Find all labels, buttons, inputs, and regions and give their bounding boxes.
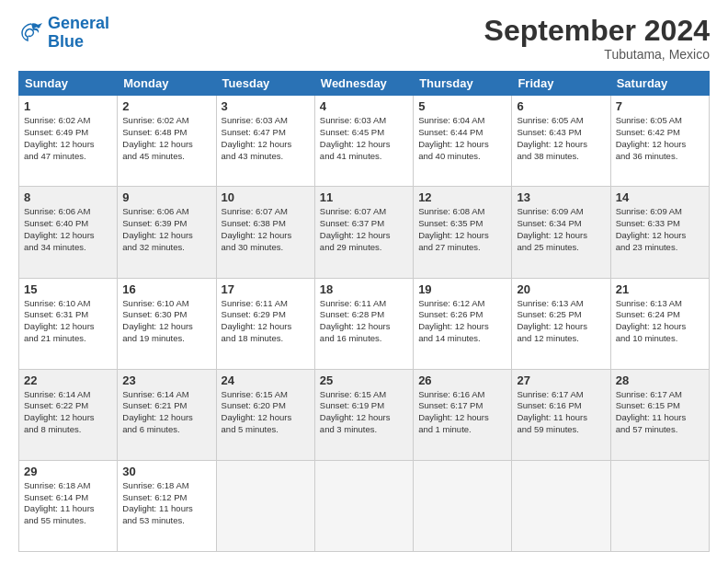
day-number: 20 [517, 282, 605, 296]
day-number: 21 [616, 282, 704, 296]
day-info: Sunrise: 6:10 AM Sunset: 6:30 PM Dayligh… [122, 298, 210, 345]
day-number: 17 [222, 282, 310, 296]
day-number: 1 [24, 99, 112, 113]
day-number: 23 [122, 373, 210, 387]
day-info: Sunrise: 6:09 AM Sunset: 6:33 PM Dayligh… [616, 206, 704, 253]
day-number: 5 [418, 99, 506, 113]
day-info: Sunrise: 6:12 AM Sunset: 6:26 PM Dayligh… [418, 298, 506, 345]
day-number: 24 [222, 373, 310, 387]
table-row: 16Sunrise: 6:10 AM Sunset: 6:30 PM Dayli… [118, 278, 216, 369]
table-row: 10Sunrise: 6:07 AM Sunset: 6:38 PM Dayli… [216, 187, 314, 278]
day-number: 4 [320, 99, 408, 113]
calendar-week-row: 15Sunrise: 6:10 AM Sunset: 6:31 PM Dayli… [19, 278, 710, 369]
table-row [610, 460, 709, 551]
table-row: 29Sunrise: 6:18 AM Sunset: 6:14 PM Dayli… [19, 460, 118, 551]
table-row: 4Sunrise: 6:03 AM Sunset: 6:45 PM Daylig… [314, 96, 413, 187]
header-saturday: Saturday [610, 72, 709, 96]
calendar-week-row: 22Sunrise: 6:14 AM Sunset: 6:22 PM Dayli… [19, 369, 710, 460]
day-number: 16 [122, 282, 210, 296]
day-number: 10 [222, 190, 310, 204]
day-info: Sunrise: 6:17 AM Sunset: 6:16 PM Dayligh… [517, 389, 605, 436]
day-info: Sunrise: 6:02 AM Sunset: 6:49 PM Dayligh… [24, 115, 112, 162]
day-number: 13 [517, 190, 605, 204]
table-row [512, 460, 610, 551]
day-info: Sunrise: 6:16 AM Sunset: 6:17 PM Dayligh… [418, 389, 506, 436]
day-number: 8 [24, 190, 112, 204]
table-row: 21Sunrise: 6:13 AM Sunset: 6:24 PM Dayli… [610, 278, 709, 369]
day-info: Sunrise: 6:15 AM Sunset: 6:20 PM Dayligh… [222, 389, 310, 436]
logo-line1: General [48, 14, 109, 32]
header-friday: Friday [512, 72, 610, 96]
table-row [314, 460, 413, 551]
table-row: 25Sunrise: 6:15 AM Sunset: 6:19 PM Dayli… [314, 369, 413, 460]
table-row: 8Sunrise: 6:06 AM Sunset: 6:40 PM Daylig… [19, 187, 118, 278]
table-row [216, 460, 314, 551]
table-row: 27Sunrise: 6:17 AM Sunset: 6:16 PM Dayli… [512, 369, 610, 460]
table-row: 20Sunrise: 6:13 AM Sunset: 6:25 PM Dayli… [512, 278, 610, 369]
calendar-header-row: Sunday Monday Tuesday Wednesday Thursday… [19, 72, 710, 96]
day-number: 30 [122, 465, 210, 478]
day-number: 18 [320, 282, 408, 296]
header-monday: Monday [118, 72, 216, 96]
day-number: 6 [517, 99, 605, 113]
day-info: Sunrise: 6:13 AM Sunset: 6:24 PM Dayligh… [616, 298, 704, 345]
table-row: 18Sunrise: 6:11 AM Sunset: 6:28 PM Dayli… [314, 278, 413, 369]
day-info: Sunrise: 6:11 AM Sunset: 6:28 PM Dayligh… [320, 298, 408, 345]
table-row: 15Sunrise: 6:10 AM Sunset: 6:31 PM Dayli… [19, 278, 118, 369]
day-info: Sunrise: 6:03 AM Sunset: 6:45 PM Dayligh… [320, 115, 408, 162]
logo-icon [18, 20, 44, 46]
day-info: Sunrise: 6:05 AM Sunset: 6:43 PM Dayligh… [517, 115, 605, 162]
day-info: Sunrise: 6:14 AM Sunset: 6:21 PM Dayligh… [122, 389, 210, 436]
day-info: Sunrise: 6:10 AM Sunset: 6:31 PM Dayligh… [24, 298, 112, 345]
table-row: 1Sunrise: 6:02 AM Sunset: 6:49 PM Daylig… [19, 96, 118, 187]
table-row: 2Sunrise: 6:02 AM Sunset: 6:48 PM Daylig… [118, 96, 216, 187]
day-number: 2 [122, 99, 210, 113]
day-info: Sunrise: 6:14 AM Sunset: 6:22 PM Dayligh… [24, 389, 112, 436]
table-row: 24Sunrise: 6:15 AM Sunset: 6:20 PM Dayli… [216, 369, 314, 460]
day-number: 11 [320, 190, 408, 204]
header-wednesday: Wednesday [314, 72, 413, 96]
table-row: 6Sunrise: 6:05 AM Sunset: 6:43 PM Daylig… [512, 96, 610, 187]
day-info: Sunrise: 6:05 AM Sunset: 6:42 PM Dayligh… [616, 115, 704, 162]
table-row: 28Sunrise: 6:17 AM Sunset: 6:15 PM Dayli… [610, 369, 709, 460]
header-thursday: Thursday [414, 72, 512, 96]
calendar-table: Sunday Monday Tuesday Wednesday Thursday… [18, 71, 710, 552]
day-info: Sunrise: 6:07 AM Sunset: 6:38 PM Dayligh… [222, 206, 310, 253]
calendar-week-row: 1Sunrise: 6:02 AM Sunset: 6:49 PM Daylig… [19, 96, 710, 187]
calendar-week-row: 29Sunrise: 6:18 AM Sunset: 6:14 PM Dayli… [19, 460, 710, 551]
day-info: Sunrise: 6:02 AM Sunset: 6:48 PM Dayligh… [122, 115, 210, 162]
day-number: 26 [418, 373, 506, 387]
day-number: 3 [222, 99, 310, 113]
day-info: Sunrise: 6:18 AM Sunset: 6:12 PM Dayligh… [122, 480, 210, 527]
day-number: 28 [616, 373, 704, 387]
table-row: 7Sunrise: 6:05 AM Sunset: 6:42 PM Daylig… [610, 96, 709, 187]
day-number: 25 [320, 373, 408, 387]
table-row: 3Sunrise: 6:03 AM Sunset: 6:47 PM Daylig… [216, 96, 314, 187]
day-info: Sunrise: 6:07 AM Sunset: 6:37 PM Dayligh… [320, 206, 408, 253]
logo-text: General Blue [48, 15, 109, 52]
day-number: 29 [24, 465, 112, 478]
day-number: 19 [418, 282, 506, 296]
day-info: Sunrise: 6:09 AM Sunset: 6:34 PM Dayligh… [517, 206, 605, 253]
day-info: Sunrise: 6:15 AM Sunset: 6:19 PM Dayligh… [320, 389, 408, 436]
logo: General Blue [18, 15, 109, 52]
day-info: Sunrise: 6:13 AM Sunset: 6:25 PM Dayligh… [517, 298, 605, 345]
table-row: 9Sunrise: 6:06 AM Sunset: 6:39 PM Daylig… [118, 187, 216, 278]
table-row: 23Sunrise: 6:14 AM Sunset: 6:21 PM Dayli… [118, 369, 216, 460]
table-row: 22Sunrise: 6:14 AM Sunset: 6:22 PM Dayli… [19, 369, 118, 460]
table-row [414, 460, 512, 551]
day-number: 12 [418, 190, 506, 204]
day-info: Sunrise: 6:18 AM Sunset: 6:14 PM Dayligh… [24, 480, 112, 527]
day-info: Sunrise: 6:08 AM Sunset: 6:35 PM Dayligh… [418, 206, 506, 253]
header-tuesday: Tuesday [216, 72, 314, 96]
day-number: 15 [24, 282, 112, 296]
location-subtitle: Tubutama, Mexico [484, 47, 710, 62]
month-title: September 2024 [484, 15, 710, 47]
day-info: Sunrise: 6:11 AM Sunset: 6:29 PM Dayligh… [222, 298, 310, 345]
day-info: Sunrise: 6:06 AM Sunset: 6:40 PM Dayligh… [24, 206, 112, 253]
day-number: 7 [616, 99, 704, 113]
day-number: 27 [517, 373, 605, 387]
table-row: 13Sunrise: 6:09 AM Sunset: 6:34 PM Dayli… [512, 187, 610, 278]
day-info: Sunrise: 6:17 AM Sunset: 6:15 PM Dayligh… [616, 389, 704, 436]
table-row: 14Sunrise: 6:09 AM Sunset: 6:33 PM Dayli… [610, 187, 709, 278]
